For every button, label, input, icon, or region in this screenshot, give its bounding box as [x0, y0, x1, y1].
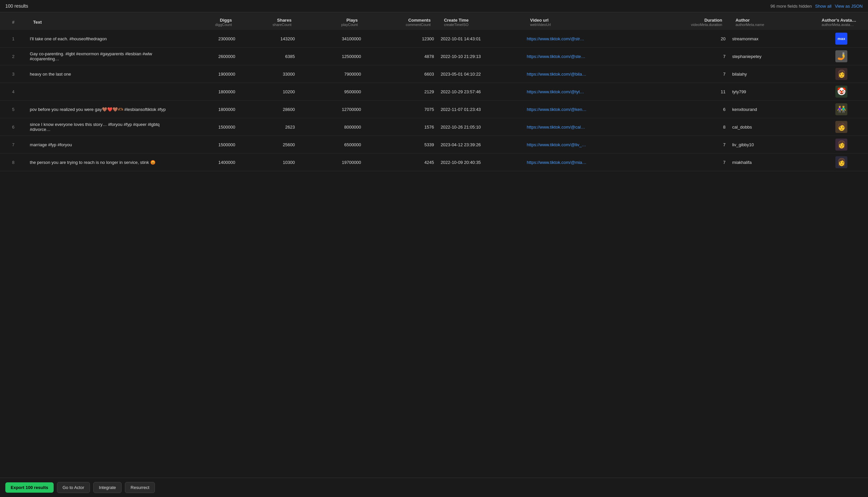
video-url-link[interactable]: https://www.tiktok.com/@ken… — [527, 107, 666, 112]
row-createtime: 2023-04-12 23:39:26 — [437, 136, 524, 154]
row-videourl[interactable]: https://www.tiktok.com/@tyt… — [524, 83, 669, 101]
video-url-link[interactable]: https://www.tiktok.com/@tyt… — [527, 89, 666, 94]
row-diggs: 2600000 — [172, 48, 239, 65]
row-diggs: 1900000 — [172, 65, 239, 83]
row-text: Gay co-parenting. #lgbt #exmormon #gaypa… — [27, 48, 172, 65]
row-videourl[interactable]: https://www.tiktok.com/@bila… — [524, 65, 669, 83]
video-url-link[interactable]: https://www.tiktok.com/@cal… — [527, 125, 666, 130]
video-url-link[interactable]: https://www.tiktok.com/@mia… — [527, 160, 666, 165]
row-diggs: 2300000 — [172, 30, 239, 48]
row-diggs: 1500000 — [172, 136, 239, 154]
row-comments: 6603 — [365, 65, 437, 83]
resurrect-button[interactable]: Resurrect — [125, 482, 155, 493]
avatar: 🧑 — [835, 121, 847, 133]
row-plays: 12500000 — [298, 48, 365, 65]
row-comments: 7075 — [365, 101, 437, 118]
col-header-author: Author authorMeta.name — [729, 12, 815, 30]
col-header-videourl: Video url webVideoUrl — [524, 12, 669, 30]
row-plays: 34100000 — [298, 30, 365, 48]
row-author: kenxitourand — [729, 101, 815, 118]
row-createtime: 2022-10-26 21:05:10 — [437, 118, 524, 136]
row-shares: 6385 — [239, 48, 298, 65]
avatar: max — [835, 33, 847, 45]
video-url-link[interactable]: https://www.tiktok.com/@bila… — [527, 72, 666, 76]
row-plays: 6500000 — [298, 136, 365, 154]
row-text — [27, 83, 172, 101]
top-bar-right: 96 more fields hidden Show all View as J… — [770, 4, 863, 9]
row-plays: 8000000 — [298, 118, 365, 136]
row-author: cal_dobbs — [729, 118, 815, 136]
row-comments: 2129 — [365, 83, 437, 101]
row-plays: 7900000 — [298, 65, 365, 83]
row-diggs: 1800000 — [172, 101, 239, 118]
row-text: the person you are trying to reach is no… — [27, 154, 172, 171]
row-index: 2 — [0, 48, 27, 65]
row-index: 8 — [0, 154, 27, 171]
col-header-diggs: Diggs diggCount — [172, 12, 239, 30]
avatar: 👩 — [835, 139, 847, 151]
col-header-shares: Shares shareCount — [239, 12, 298, 30]
row-videourl[interactable]: https://www.tiktok.com/@mia… — [524, 154, 669, 171]
row-comments: 5339 — [365, 136, 437, 154]
top-bar: 100 results 96 more fields hidden Show a… — [0, 0, 868, 12]
row-avatar: 👩 — [815, 65, 868, 83]
row-createtime: 2022-11-07 01:23:43 — [437, 101, 524, 118]
avatar: 👩 — [835, 156, 847, 168]
row-duration: 7 — [669, 136, 729, 154]
bottom-bar: Export 100 results Go to Actor Integrate… — [0, 478, 868, 497]
row-videourl[interactable]: https://www.tiktok.com/@ste… — [524, 48, 669, 65]
col-header-createtime: Create Time createTimeISO — [437, 12, 524, 30]
row-videourl[interactable]: https://www.tiktok.com/@liv_… — [524, 136, 669, 154]
table-row: 8the person you are trying to reach is n… — [0, 154, 868, 171]
col-header-duration: Duration videoMeta.duration — [669, 12, 729, 30]
table-row: 3heavy on the last one190000033000790000… — [0, 65, 868, 83]
row-duration: 20 — [669, 30, 729, 48]
go-to-actor-button[interactable]: Go to Actor — [57, 482, 90, 493]
row-diggs: 1400000 — [172, 154, 239, 171]
row-createtime: 2023-05-01 04:10:22 — [437, 65, 524, 83]
avatar: 🤳 — [835, 50, 847, 62]
col-header-text: Text — [27, 12, 172, 30]
row-videourl[interactable]: https://www.tiktok.com/@ken… — [524, 101, 669, 118]
row-diggs: 1500000 — [172, 118, 239, 136]
row-videourl[interactable]: https://www.tiktok.com/@cal… — [524, 118, 669, 136]
row-index: 6 — [0, 118, 27, 136]
row-comments: 4245 — [365, 154, 437, 171]
row-avatar: 👫 — [815, 101, 868, 118]
row-createtime: 2022-10-01 14:43:01 — [437, 30, 524, 48]
row-duration: 11 — [669, 83, 729, 101]
row-shares: 33000 — [239, 65, 298, 83]
avatar: 👫 — [835, 103, 847, 115]
row-createtime: 2022-10-09 20:40:35 — [437, 154, 524, 171]
row-author: miakhalifa — [729, 154, 815, 171]
row-shares: 2623 — [239, 118, 298, 136]
row-diggs: 1800000 — [172, 83, 239, 101]
row-videourl[interactable]: https://www.tiktok.com/@str… — [524, 30, 669, 48]
integrate-button[interactable]: Integrate — [93, 482, 122, 493]
row-duration: 7 — [669, 65, 729, 83]
row-shares: 143200 — [239, 30, 298, 48]
export-button[interactable]: Export 100 results — [5, 482, 54, 493]
view-json-link[interactable]: View as JSON — [835, 4, 863, 9]
row-duration: 7 — [669, 154, 729, 171]
row-author: bilalahy — [729, 65, 815, 83]
row-author: liv_gibby10 — [729, 136, 815, 154]
video-url-link[interactable]: https://www.tiktok.com/@liv_… — [527, 142, 666, 147]
row-avatar: 🤳 — [815, 48, 868, 65]
row-avatar: 🤡 — [815, 83, 868, 101]
row-createtime: 2022-10-10 21:29:13 — [437, 48, 524, 65]
video-url-link[interactable]: https://www.tiktok.com/@str… — [527, 36, 666, 41]
col-header-avatar: Author's Avata… authorMeta.avata… — [815, 12, 868, 30]
hidden-fields-text: 96 more fields hidden — [770, 4, 812, 9]
row-text: pov before you realized you were gay🤎❤️🤎… — [27, 101, 172, 118]
table-row: 7marriage #fyp #foryou150000025600650000… — [0, 136, 868, 154]
row-author: tyty799 — [729, 83, 815, 101]
table-row: 5pov before you realized you were gay🤎❤️… — [0, 101, 868, 118]
video-url-link[interactable]: https://www.tiktok.com/@ste… — [527, 54, 666, 59]
row-index: 3 — [0, 65, 27, 83]
row-text: I'll take one of each. #houseofthedragon — [27, 30, 172, 48]
show-all-link[interactable]: Show all — [815, 4, 831, 9]
avatar: 🤡 — [835, 86, 847, 98]
row-author: stephaniepetey — [729, 48, 815, 65]
table-row: 1I'll take one of each. #houseofthedrago… — [0, 30, 868, 48]
